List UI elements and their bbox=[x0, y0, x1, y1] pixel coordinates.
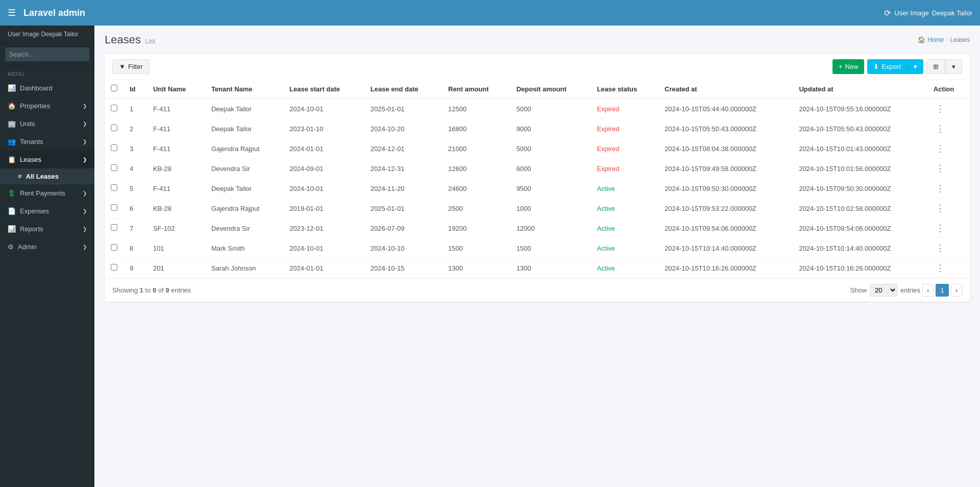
prev-page-button[interactable]: ‹ bbox=[922, 284, 934, 297]
sidebar-item-properties[interactable]: 🏠 Properties ❯ bbox=[0, 97, 94, 115]
sidebar-item-reports[interactable]: 📊 Reports ❯ bbox=[0, 220, 94, 238]
row-checkbox[interactable] bbox=[111, 224, 117, 231]
row-checkbox[interactable] bbox=[111, 105, 117, 111]
toolbar: ▼ Filter + New ⬇ Export ▾ bbox=[105, 54, 970, 80]
row-action-button[interactable]: ⋮ bbox=[934, 123, 947, 134]
leases-icon: 📋 bbox=[8, 156, 16, 163]
columns-button[interactable]: ⊞ bbox=[926, 59, 945, 74]
row-checkbox[interactable] bbox=[111, 264, 117, 271]
per-page-select[interactable]: 10 20 50 100 bbox=[870, 284, 897, 297]
cell-unit-name: F-411 bbox=[147, 99, 205, 119]
cell-id: 3 bbox=[124, 139, 147, 159]
table-wrap: Id Unit Name Tenant Name Lease start dat… bbox=[105, 80, 970, 278]
cell-lease-status: Active bbox=[591, 218, 658, 238]
cell-lease-status: Active bbox=[591, 238, 658, 258]
top-nav: ☰ Laravel admin ⟳ User Image Deepak Tail… bbox=[0, 0, 980, 26]
row-action-button[interactable]: ⋮ bbox=[934, 183, 947, 194]
sidebar-item-expenses[interactable]: 📄 Expenses ❯ bbox=[0, 202, 94, 220]
cell-tenant-name: Gajendra Rajput bbox=[205, 139, 283, 159]
toolbar-right: + New ⬇ Export ▾ ⊞ ▾ bbox=[832, 59, 962, 74]
row-action-button[interactable]: ⋮ bbox=[934, 223, 947, 234]
breadcrumb-home-link[interactable]: Home bbox=[927, 36, 944, 43]
page-1-button[interactable]: 1 bbox=[936, 284, 948, 297]
cell-updated-at: 2024-10-15T09:50:30.000000Z bbox=[793, 179, 927, 199]
cell-rent-amount: 2500 bbox=[442, 199, 510, 218]
export-button[interactable]: ⬇ Export bbox=[867, 59, 907, 74]
col-tenant-name: Tenant Name bbox=[205, 80, 283, 99]
row-checkbox[interactable] bbox=[111, 184, 117, 191]
row-checkbox[interactable] bbox=[111, 144, 117, 151]
cell-lease-end: 2024-12-01 bbox=[364, 139, 442, 159]
cell-unit-name: 201 bbox=[147, 258, 205, 278]
leases-table: Id Unit Name Tenant Name Lease start dat… bbox=[105, 80, 970, 278]
sidebar-item-all-leases[interactable]: ≡ All Leases bbox=[0, 168, 94, 184]
row-checkbox[interactable] bbox=[111, 204, 117, 211]
row-action-button[interactable]: ⋮ bbox=[934, 203, 947, 214]
cell-deposit-amount: 6000 bbox=[510, 159, 591, 179]
rent-payments-icon: 💲 bbox=[8, 189, 16, 197]
sidebar-item-units[interactable]: 🏢 Units ❯ bbox=[0, 115, 94, 133]
sidebar-user: User Image Deepak Tailor bbox=[0, 26, 94, 43]
chevron-right-icon: ❯ bbox=[83, 103, 87, 109]
next-page-button[interactable]: › bbox=[951, 284, 962, 297]
cell-lease-end: 2025-01-01 bbox=[364, 199, 442, 218]
cell-lease-end: 2024-10-20 bbox=[364, 119, 442, 139]
main-content: Leases List 🏠 Home › Leases ▼ Filter bbox=[94, 26, 980, 487]
cell-id: 7 bbox=[124, 218, 147, 238]
cell-rent-amount: 1500 bbox=[442, 238, 510, 258]
entries-label: entries bbox=[900, 286, 920, 294]
col-created-at: Created at bbox=[658, 80, 793, 99]
cell-lease-end: 2025-01-01 bbox=[364, 99, 442, 119]
export-dropdown-button[interactable]: ▾ bbox=[907, 59, 923, 74]
table-row: 5 F-411 Deepak Tailor 2024-10-01 2024-11… bbox=[105, 179, 970, 199]
cell-updated-at: 2024-10-15T10:14:40.000000Z bbox=[793, 238, 927, 258]
sidebar-item-rent-payments[interactable]: 💲 Rent Payments ❯ bbox=[0, 184, 94, 202]
row-checkbox[interactable] bbox=[111, 125, 117, 131]
app-brand: Laravel admin bbox=[23, 8, 85, 18]
cell-action: ⋮ bbox=[927, 179, 970, 199]
select-all-checkbox[interactable] bbox=[111, 85, 117, 91]
row-action-button[interactable]: ⋮ bbox=[934, 163, 947, 174]
select-all-col bbox=[105, 80, 124, 99]
sidebar-item-leases[interactable]: 📋 Leases ❯ bbox=[0, 151, 94, 168]
cell-created-at: 2024-10-15T09:49:58.000000Z bbox=[658, 159, 793, 179]
refresh-icon[interactable]: ⟳ bbox=[884, 8, 891, 18]
top-nav-user[interactable]: User Image Deepak Tailor bbox=[895, 9, 972, 17]
col-lease-status: Lease status bbox=[591, 80, 658, 99]
col-updated-at: Updated at bbox=[793, 80, 927, 99]
sidebar-item-label-reports: Reports bbox=[20, 225, 43, 233]
tenants-icon: 👥 bbox=[8, 138, 16, 145]
cell-rent-amount: 12500 bbox=[442, 99, 510, 119]
filter-button[interactable]: ▼ Filter bbox=[112, 59, 150, 74]
sidebar-item-tenants[interactable]: 👥 Tenants ❯ bbox=[0, 133, 94, 151]
all-leases-icon: ≡ bbox=[18, 173, 22, 180]
row-checkbox[interactable] bbox=[111, 164, 117, 171]
hamburger-icon[interactable]: ☰ bbox=[8, 7, 16, 18]
sidebar-item-admin[interactable]: ⚙ Admin ❯ bbox=[0, 238, 94, 256]
cell-lease-status: Expired bbox=[591, 139, 658, 159]
new-button[interactable]: + New bbox=[832, 59, 865, 74]
sidebar-item-dashboard[interactable]: 📊 Dashboard bbox=[0, 79, 94, 97]
row-action-button[interactable]: ⋮ bbox=[934, 242, 947, 254]
admin-icon: ⚙ bbox=[8, 243, 14, 251]
row-action-button[interactable]: ⋮ bbox=[934, 143, 947, 154]
row-action-button[interactable]: ⋮ bbox=[934, 262, 947, 274]
sidebar-item-label-dashboard: Dashboard bbox=[20, 84, 53, 92]
cell-created-at: 2024-10-15T10:14:40.000000Z bbox=[658, 238, 793, 258]
row-checkbox[interactable] bbox=[111, 244, 117, 251]
cell-updated-at: 2024-10-15T09:55:16.000000Z bbox=[793, 99, 927, 119]
columns-dropdown-button[interactable]: ▾ bbox=[945, 59, 962, 74]
chevron-right-icon-expenses: ❯ bbox=[83, 208, 87, 214]
cell-action: ⋮ bbox=[927, 238, 970, 258]
sidebar-sub-label-all-leases: All Leases bbox=[26, 173, 59, 180]
search-input[interactable] bbox=[5, 48, 89, 61]
cell-rent-amount: 21000 bbox=[442, 139, 510, 159]
row-action-button[interactable]: ⋮ bbox=[934, 103, 947, 114]
col-action: Action bbox=[927, 80, 970, 99]
cell-id: 1 bbox=[124, 99, 147, 119]
sidebar-user-label: User Image bbox=[8, 31, 39, 38]
show-label: Show bbox=[850, 286, 867, 294]
col-lease-end: Lease end date bbox=[364, 80, 442, 99]
chevron-right-icon-units: ❯ bbox=[83, 121, 87, 127]
table-header-row: Id Unit Name Tenant Name Lease start dat… bbox=[105, 80, 970, 99]
